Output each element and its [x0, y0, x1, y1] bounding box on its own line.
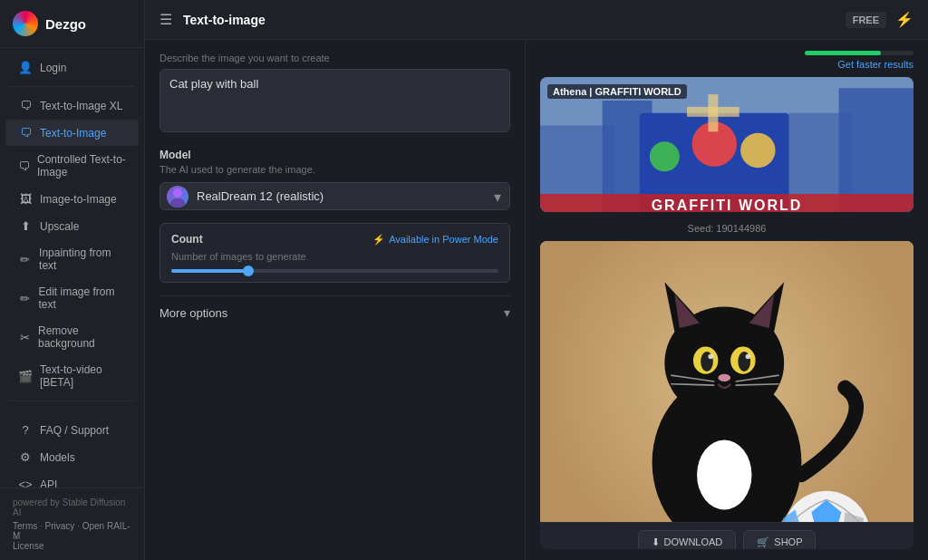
- inpainting-icon: ✏: [18, 253, 32, 266]
- count-slider-thumb: [243, 266, 254, 276]
- model-select-wrapper: RealDream 12 (realistic) ▾: [160, 182, 510, 210]
- seed-info: Seed: 190144986: [526, 219, 928, 237]
- svg-point-10: [740, 133, 775, 168]
- sidebar-item-label: Text-to-video [BETA]: [40, 363, 126, 389]
- sidebar-item-label: API: [40, 478, 57, 488]
- svg-point-28: [746, 354, 750, 359]
- sidebar-item-label: Image-to-Image: [40, 193, 117, 206]
- sidebar-item-models[interactable]: ⚙ Models: [5, 444, 139, 470]
- sidebar-nav: 👤 Login 🗨 Text-to-Image XL 🗨 Text-to-Ima…: [0, 48, 144, 488]
- sidebar-item-text-to-image[interactable]: 🗨 Text-to-Image: [5, 120, 139, 146]
- count-label: Count: [171, 233, 203, 246]
- more-options-row[interactable]: More options ▾: [160, 295, 510, 329]
- model-avatar: [167, 186, 188, 208]
- download-bar: ⬇ DOWNLOAD 🛒 SHOP: [540, 522, 914, 549]
- count-slider-fill: [171, 269, 253, 273]
- power-mode-text: Available in Power Mode: [389, 234, 498, 245]
- shop-button[interactable]: 🛒 SHOP: [743, 530, 816, 549]
- sidebar: Dezgo 👤 Login 🗨 Text-to-Image XL 🗨 Text-…: [0, 0, 145, 560]
- right-panel: Get faster results: [526, 40, 928, 560]
- svg-point-0: [173, 188, 182, 198]
- left-panel: Describe the image you want to create Mo…: [145, 40, 526, 560]
- sidebar-item-api[interactable]: <> API: [5, 471, 139, 488]
- sidebar-item-inpainting[interactable]: ✏ Inpainting from text: [5, 240, 139, 278]
- terms-link[interactable]: Terms: [13, 521, 37, 531]
- main-area: ☰ Text-to-image FREE ⚡ Describe the imag…: [145, 0, 928, 560]
- sidebar-item-label: Text-to-Image: [40, 127, 106, 140]
- sidebar-item-label: Inpainting from text: [39, 246, 126, 272]
- cat-image-canvas: [540, 241, 914, 522]
- progress-bar-fill: [805, 51, 881, 55]
- sidebar-item-text-to-image-xl[interactable]: 🗨 Text-to-Image XL: [5, 92, 139, 119]
- models-icon: ⚙: [18, 450, 33, 464]
- bolt-icon[interactable]: ⚡: [895, 11, 914, 28]
- power-mode-badge: ⚡ Available in Power Mode: [372, 234, 498, 246]
- sidebar-item-remove-bg[interactable]: ✂ Remove background: [5, 318, 139, 356]
- sidebar-item-label: Models: [40, 451, 75, 464]
- sidebar-header: Dezgo: [0, 0, 144, 48]
- sidebar-item-text-to-video[interactable]: 🎬 Text-to-video [BETA]: [5, 357, 139, 395]
- topbar-right: FREE ⚡: [846, 11, 914, 28]
- free-badge: FREE: [846, 12, 886, 28]
- sidebar-item-edit-image[interactable]: ✏ Edit image from text: [5, 279, 139, 317]
- more-options-chevron-icon: ▾: [504, 305, 510, 320]
- app-logo: [13, 11, 38, 36]
- upscale-icon: ⬆: [18, 219, 33, 233]
- edit-image-icon: ✏: [18, 292, 31, 305]
- sidebar-item-controlled[interactable]: 🗨 Controlled Text-to-Image: [5, 147, 139, 185]
- sidebar-item-login[interactable]: 👤 Login: [5, 54, 139, 81]
- video-placeholder: Athena | GRAFFITI WORLD ▶ GRAFFITI WORLD: [540, 77, 914, 212]
- prompt-textarea[interactable]: [160, 69, 510, 132]
- download-icon: ⬇: [652, 536, 660, 548]
- nav-divider-2: [9, 401, 135, 401]
- model-sublabel: The AI used to generate the image.: [160, 164, 510, 175]
- faq-icon: ?: [18, 423, 33, 437]
- login-icon: 👤: [18, 61, 33, 74]
- download-button[interactable]: ⬇ DOWNLOAD: [638, 530, 737, 549]
- api-icon: <>: [18, 478, 33, 488]
- progress-area: Get faster results: [526, 40, 928, 70]
- count-row: Count ⚡ Available in Power Mode: [171, 233, 498, 246]
- login-label: Login: [40, 62, 66, 74]
- app-name: Dezgo: [45, 16, 86, 32]
- count-sublabel: Number of images to generate: [171, 251, 498, 262]
- menu-icon[interactable]: ☰: [160, 11, 172, 28]
- sidebar-item-image-to-image[interactable]: 🖼 Image-to-Image: [5, 186, 139, 212]
- bolt-small-icon: ⚡: [372, 234, 385, 246]
- count-section: Count ⚡ Available in Power Mode Number o…: [160, 223, 510, 283]
- svg-point-22: [697, 439, 751, 509]
- sidebar-item-label: FAQ / Support: [40, 424, 109, 437]
- svg-point-27: [708, 354, 712, 359]
- generated-image: ⬇ DOWNLOAD 🛒 SHOP: [540, 241, 914, 549]
- sidebar-footer: powered by Stable Diffusion AI Terms · P…: [0, 488, 144, 560]
- sidebar-item-label: Edit image from text: [38, 285, 126, 311]
- image-to-image-icon: 🖼: [18, 192, 33, 206]
- sidebar-item-label: Remove background: [38, 324, 126, 350]
- progress-bar-container: [805, 51, 914, 55]
- model-select[interactable]: RealDream 12 (realistic): [160, 182, 510, 210]
- prompt-hint: Describe the image you want to create: [160, 53, 510, 63]
- sidebar-item-label: Controlled Text-to-Image: [37, 153, 126, 179]
- sidebar-item-faq[interactable]: ? FAQ / Support: [5, 417, 139, 443]
- content-area: Describe the image you want to create Mo…: [145, 40, 928, 560]
- remove-bg-icon: ✂: [18, 331, 31, 344]
- privacy-link[interactable]: Privacy: [45, 521, 75, 531]
- video-card-label: Athena | GRAFFITI WORLD: [547, 84, 687, 99]
- text-to-video-icon: 🎬: [18, 370, 33, 383]
- sidebar-item-label: Upscale: [40, 220, 79, 233]
- svg-point-29: [718, 374, 730, 381]
- faster-results-link[interactable]: Get faster results: [837, 59, 914, 70]
- text-to-image-xl-icon: 🗨: [18, 99, 33, 112]
- video-card: Athena | GRAFFITI WORLD ▶ GRAFFITI WORLD: [540, 77, 914, 212]
- nav-divider-1: [9, 86, 135, 87]
- count-slider-track[interactable]: [171, 269, 498, 273]
- text-to-image-icon: 🗨: [18, 126, 33, 140]
- sidebar-item-upscale[interactable]: ⬆ Upscale: [5, 213, 139, 239]
- model-label: Model: [160, 149, 510, 161]
- powered-by-text: powered by Stable Diffusion AI: [13, 497, 131, 517]
- svg-point-9: [650, 141, 680, 171]
- shop-icon: 🛒: [757, 536, 769, 548]
- more-options-label: More options: [160, 306, 227, 320]
- topbar: ☰ Text-to-image FREE ⚡: [145, 0, 928, 40]
- topbar-title: Text-to-image: [183, 13, 266, 27]
